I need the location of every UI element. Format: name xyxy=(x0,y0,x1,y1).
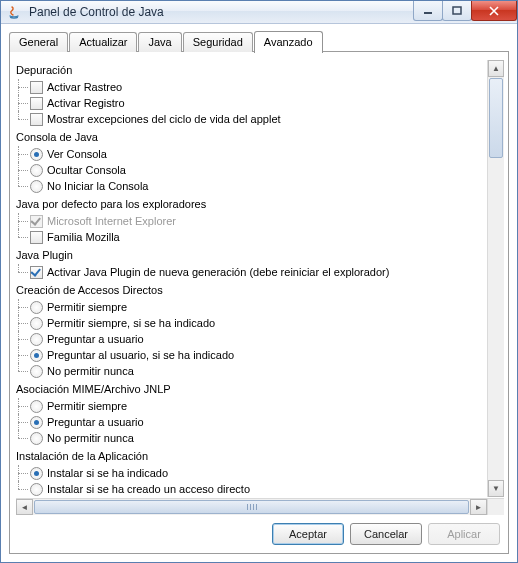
label-ie: Microsoft Internet Explorer xyxy=(47,213,176,229)
dialog-buttons: Aceptar Cancelar Aplicar xyxy=(16,515,504,547)
group-consola: Consola de Java xyxy=(16,129,486,145)
scroll-left-icon[interactable]: ◄ xyxy=(16,499,33,515)
radio-acc-preguntar-indicado[interactable] xyxy=(30,349,43,362)
radio-acc-preguntar[interactable] xyxy=(30,333,43,346)
radio-ocultar-consola[interactable] xyxy=(30,164,43,177)
window-title: Panel de Control de Java xyxy=(29,5,164,19)
checkbox-mozilla[interactable] xyxy=(30,231,43,244)
radio-ver-consola[interactable] xyxy=(30,148,43,161)
checkbox-activar-rastreo[interactable] xyxy=(30,81,43,94)
label-plugin-nueva-gen: Activar Java Plugin de nueva generación … xyxy=(47,264,389,280)
group-plugin: Java Plugin xyxy=(16,247,486,263)
radio-mime-preguntar[interactable] xyxy=(30,416,43,429)
svg-rect-0 xyxy=(424,12,432,14)
group-depuracion: Depuración xyxy=(16,62,486,78)
label-mime-nunca: No permitir nunca xyxy=(47,430,134,446)
checkbox-activar-registro[interactable] xyxy=(30,97,43,110)
radio-mime-nunca[interactable] xyxy=(30,432,43,445)
label-acc-siempre-indicado: Permitir siempre, si se ha indicado xyxy=(47,315,215,331)
checkbox-plugin-nueva-gen[interactable] xyxy=(30,266,43,279)
radio-inst-indicado[interactable] xyxy=(30,467,43,480)
scroll-right-icon[interactable]: ► xyxy=(470,499,487,515)
radio-acc-siempre-indicado[interactable] xyxy=(30,317,43,330)
radio-no-iniciar-consola[interactable] xyxy=(30,180,43,193)
hscroll-thumb[interactable] xyxy=(34,500,469,514)
tab-java[interactable]: Java xyxy=(138,32,181,52)
tab-avanzado[interactable]: Avanzado xyxy=(254,31,323,53)
label-acc-nunca: No permitir nunca xyxy=(47,363,134,379)
radio-acc-nunca[interactable] xyxy=(30,365,43,378)
label-acc-preguntar-indicado: Preguntar al usuario, si se ha indicado xyxy=(47,347,234,363)
checkbox-mostrar-excepciones[interactable] xyxy=(30,113,43,126)
scroll-corner xyxy=(487,498,504,515)
group-accesos: Creación de Accesos Directos xyxy=(16,282,486,298)
label-no-iniciar-consola: No Iniciar la Consola xyxy=(47,178,149,194)
group-instalacion: Instalación de la Aplicación xyxy=(16,448,486,464)
label-mozilla: Familia Mozilla xyxy=(47,229,120,245)
label-mime-preguntar: Preguntar a usuario xyxy=(47,414,144,430)
label-inst-creado: Instalar si se ha creado un acceso direc… xyxy=(47,481,250,497)
java-control-panel-window: Panel de Control de Java General Actuali… xyxy=(0,0,518,563)
vscroll-thumb[interactable] xyxy=(489,78,503,158)
maximize-button[interactable] xyxy=(442,1,472,21)
label-mostrar-excepciones: Mostrar excepciones del ciclo de vida de… xyxy=(47,111,281,127)
label-activar-registro: Activar Registro xyxy=(47,95,125,111)
tab-panel-avanzado: Depuración Activar Rastreo Activar Regis… xyxy=(9,51,509,554)
titlebar[interactable]: Panel de Control de Java xyxy=(1,1,517,24)
label-inst-indicado: Instalar si se ha indicado xyxy=(47,465,168,481)
aplicar-button: Aplicar xyxy=(428,523,500,545)
scroll-up-icon[interactable]: ▲ xyxy=(488,60,504,77)
label-acc-siempre: Permitir siempre xyxy=(47,299,127,315)
java-icon xyxy=(7,4,23,20)
settings-tree: Depuración Activar Rastreo Activar Regis… xyxy=(16,62,486,497)
vertical-scrollbar[interactable]: ▲ ▼ xyxy=(487,60,504,497)
radio-acc-siempre[interactable] xyxy=(30,301,43,314)
group-java-defecto: Java por defecto para los exploradores xyxy=(16,196,486,212)
group-mime: Asociación MIME/Archivo JNLP xyxy=(16,381,486,397)
tab-seguridad[interactable]: Seguridad xyxy=(183,32,253,52)
cancelar-button[interactable]: Cancelar xyxy=(350,523,422,545)
scroll-down-icon[interactable]: ▼ xyxy=(488,480,504,497)
horizontal-scrollbar[interactable]: ◄ ► xyxy=(16,498,487,515)
label-ver-consola: Ver Consola xyxy=(47,146,107,162)
aceptar-button[interactable]: Aceptar xyxy=(272,523,344,545)
svg-rect-1 xyxy=(453,7,461,14)
close-button[interactable] xyxy=(471,1,517,21)
label-acc-preguntar: Preguntar a usuario xyxy=(47,331,144,347)
minimize-button[interactable] xyxy=(413,1,443,21)
tab-strip: General Actualizar Java Seguridad Avanza… xyxy=(9,30,509,52)
label-activar-rastreo: Activar Rastreo xyxy=(47,79,122,95)
tab-actualizar[interactable]: Actualizar xyxy=(69,32,137,52)
checkbox-ie xyxy=(30,215,43,228)
label-ocultar-consola: Ocultar Consola xyxy=(47,162,126,178)
label-mime-siempre: Permitir siempre xyxy=(47,398,127,414)
radio-mime-siempre[interactable] xyxy=(30,400,43,413)
radio-inst-creado[interactable] xyxy=(30,483,43,496)
tab-general[interactable]: General xyxy=(9,32,68,52)
